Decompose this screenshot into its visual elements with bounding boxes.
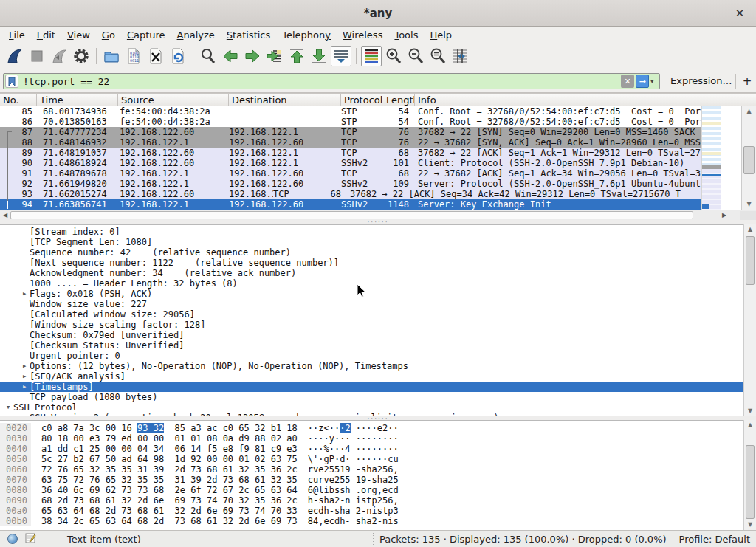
expert-info-icon[interactable] [7, 534, 18, 544]
packet-row-86[interactable]: 8670.013850163fe:54:00:d4:38:2aSTP54Conf… [0, 117, 721, 127]
menu-statistics[interactable]: Statistics [221, 29, 276, 41]
detail-line[interactable]: Sequence number: 42 (relative sequence n… [0, 247, 743, 258]
scroll-right-arrow-icon[interactable]: ▶ [719, 210, 729, 221]
filter-bookmark-button[interactable] [5, 75, 18, 88]
menu-help[interactable]: Help [424, 29, 458, 41]
packet-row-89[interactable]: 8971.648191037192.168.122.60192.168.122.… [0, 148, 721, 158]
menu-capture[interactable]: Capture [121, 29, 171, 41]
scrollbar-thumb[interactable] [746, 445, 755, 519]
packet-row-93[interactable]: 9371.662015274192.168.122.60192.168.122.… [0, 189, 721, 199]
hex-row[interactable]: 00a065 63 64 68 2d 73 68 61 32 2d 6e 69 … [0, 506, 743, 516]
packet-row-94-selected[interactable]: 9471.663856741192.168.122.1192.168.122.6… [0, 199, 721, 210]
open-file-button[interactable] [101, 46, 122, 66]
expression-button[interactable]: Expression… [670, 75, 732, 86]
filter-apply-button[interactable]: → [636, 75, 649, 88]
chevron-right-icon[interactable] [19, 371, 30, 382]
details-scrollbar[interactable]: ▲ ▼ [743, 224, 756, 416]
filter-clear-button[interactable]: ✕ [621, 75, 634, 88]
scroll-up-arrow-icon[interactable]: ▲ [742, 106, 756, 117]
chevron-down-icon[interactable] [3, 402, 13, 413]
scroll-down-arrow-icon[interactable]: ▼ [744, 406, 756, 416]
detail-line[interactable]: [Window size scaling factor: 128] [0, 320, 743, 330]
packet-row-87[interactable]: 8771.647777234192.168.122.60192.168.122.… [0, 127, 721, 137]
detail-line-seq-ack[interactable]: [SEQ/ACK analysis] [0, 371, 743, 382]
colorize-packets-button[interactable] [361, 46, 382, 66]
chevron-right-icon[interactable] [19, 382, 30, 392]
menu-edit[interactable]: Edit [31, 29, 61, 41]
packet-row-85[interactable]: 8568.001734936fe:54:00:d4:38:2aSTP54Conf… [0, 106, 721, 117]
display-filter-input[interactable] [18, 76, 621, 87]
scrollbar-thumb[interactable] [743, 146, 755, 174]
packet-list-scrollbar[interactable]: ▲ ▼ [741, 106, 756, 210]
hex-scrollbar[interactable]: ▲ ▼ [743, 420, 756, 530]
detail-line[interactable]: Checksum: 0x79ed [unverified] [0, 330, 743, 340]
auto-scroll-button[interactable] [331, 46, 351, 66]
chevron-right-icon[interactable] [19, 289, 30, 299]
menu-analyze[interactable]: Analyze [171, 29, 221, 41]
packet-row-92[interactable]: 9271.661949820192.168.122.1192.168.122.6… [0, 179, 721, 189]
hex-row[interactable]: 009068 2d 73 68 61 32 2d 6e 69 73 74 70 … [0, 495, 743, 506]
title-bar[interactable]: *any ✕ [0, 0, 756, 27]
hex-row[interactable]: 006072 76 65 32 35 35 31 39 2d 73 68 61 … [0, 464, 743, 475]
filter-dropdown-caret[interactable]: ▾ [650, 78, 659, 85]
close-file-button[interactable] [145, 46, 166, 66]
column-header-length[interactable]: Length [385, 94, 415, 106]
detail-line[interactable]: [Calculated window size: 29056] [0, 309, 743, 320]
find-packet-button[interactable] [198, 46, 219, 66]
capture-comment-icon[interactable] [25, 532, 36, 546]
hex-row[interactable]: 008036 40 6c 69 62 73 73 68 2e 6f 72 67 … [0, 485, 743, 495]
detail-line-timestamps-selected[interactable]: [Timestamps] [0, 382, 743, 392]
menu-file[interactable]: File [3, 29, 31, 41]
add-filter-button-plus[interactable]: + [741, 75, 753, 88]
packet-row-91[interactable]: 9171.648789678192.168.122.1192.168.122.6… [0, 168, 721, 179]
scroll-up-arrow-icon[interactable]: ▲ [744, 420, 756, 430]
scroll-up-arrow-icon[interactable]: ▲ [744, 224, 756, 235]
detail-line-options[interactable]: Options: (12 bytes), No-Operation (NOP),… [0, 361, 743, 371]
go-forward-button[interactable] [242, 46, 263, 66]
packet-row-88[interactable]: 8871.648146932192.168.122.1192.168.122.6… [0, 137, 721, 148]
menu-view[interactable]: View [61, 29, 96, 41]
column-header-protocol[interactable]: Protocol [341, 94, 385, 106]
save-file-button[interactable]: 010101100011 [123, 46, 144, 66]
detail-line[interactable]: 1000 .... = Header Length: 32 bytes (8) [0, 278, 743, 289]
column-header-no[interactable]: No. [0, 94, 37, 106]
menu-wireless[interactable]: Wireless [337, 29, 388, 41]
column-header-info[interactable]: Info [415, 94, 756, 106]
hex-row[interactable]: 0020c0 a8 7a 3c 00 16 93 32 85 a3 ac c0 … [0, 423, 743, 433]
detail-line[interactable]: [TCP Segment Len: 1080] [0, 237, 743, 247]
column-header-source[interactable]: Source [118, 94, 229, 106]
detail-line[interactable]: Urgent pointer: 0 [0, 351, 743, 361]
chevron-right-icon[interactable] [19, 361, 30, 371]
zoom-out-button[interactable] [405, 46, 426, 66]
zoom-in-button[interactable] [383, 46, 404, 66]
detail-line[interactable]: [Checksum Status: Unverified] [0, 340, 743, 351]
stop-capture-button[interactable] [27, 46, 47, 66]
zoom-original-button[interactable] [427, 46, 448, 66]
hex-row[interactable]: 0040a1 dd c1 25 00 00 04 34 06 14 f5 e8 … [0, 444, 743, 454]
detail-line[interactable]: Acknowledgment number: 34 (relative ack … [0, 268, 743, 278]
detail-line-flags[interactable]: Flags: 0x018 (PSH, ACK) [0, 289, 743, 299]
scrollbar-thumb[interactable] [746, 236, 755, 285]
packet-list-minimap[interactable] [701, 106, 721, 210]
display-filter-box[interactable]: ✕ → ▾ [3, 73, 660, 89]
go-first-button[interactable] [286, 46, 307, 66]
hscrollbar-thumb[interactable] [10, 211, 693, 219]
menu-go[interactable]: Go [96, 29, 121, 41]
hex-row[interactable]: 00b038 34 2c 65 63 64 68 2d 73 68 61 32 … [0, 516, 743, 526]
resize-columns-button[interactable] [450, 46, 470, 66]
hex-row[interactable]: 007063 75 72 76 65 32 35 35 31 39 2d 73 … [0, 475, 743, 485]
scroll-down-arrow-icon[interactable]: ▼ [744, 520, 756, 530]
reload-file-button[interactable] [168, 46, 188, 66]
detail-line[interactable]: TCP payload (1080 bytes) [0, 392, 743, 402]
detail-line[interactable]: [Next sequence number: 1122 (relative se… [0, 258, 743, 268]
profile-button[interactable]: Profile: Default [679, 534, 750, 545]
packet-row-90[interactable]: 9071.648618924192.168.122.60192.168.122.… [0, 158, 721, 168]
detail-line-ssh-protocol[interactable]: SSH Protocol [0, 402, 743, 413]
menu-tools[interactable]: Tools [388, 29, 424, 41]
go-to-packet-button[interactable] [264, 46, 285, 66]
restart-capture-button[interactable] [49, 46, 69, 66]
detail-line[interactable]: [Stream index: 0] [0, 227, 743, 237]
scroll-left-arrow-icon[interactable]: ◀ [0, 210, 10, 221]
start-capture-button[interactable] [4, 46, 25, 66]
scroll-down-arrow-icon[interactable]: ▼ [742, 199, 756, 210]
